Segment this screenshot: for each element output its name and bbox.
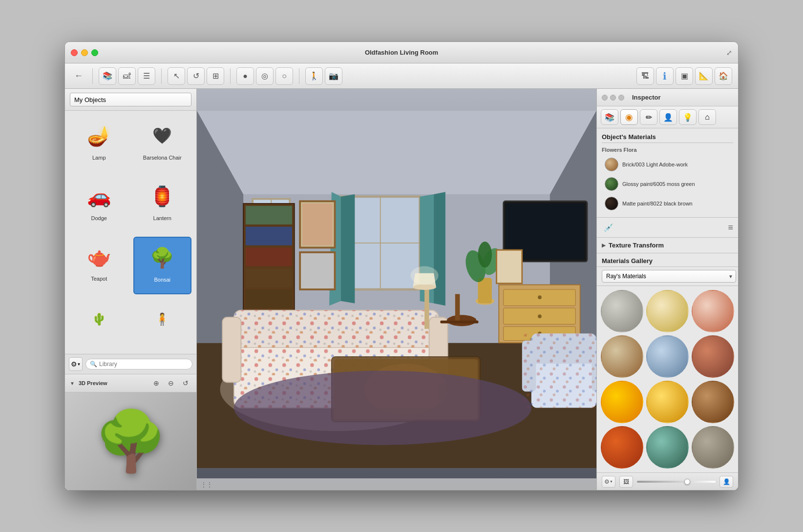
tab-house-icon: ⌂ [705, 113, 710, 122]
rotate-icon: ↺ [193, 71, 199, 81]
circle-outline-tool[interactable]: ◎ [256, 67, 274, 85]
material-item-matte[interactable]: Matte paint/8022 black brown [602, 195, 733, 212]
object-button[interactable]: 🛋 [118, 67, 136, 85]
inspector-dot-2[interactable] [610, 95, 616, 101]
gallery-item-rust-texture[interactable] [692, 335, 734, 378]
dropper-button[interactable]: 💉 [602, 221, 615, 234]
object-lantern[interactable]: 🏮 Lantern [133, 176, 192, 232]
zoom-out-button[interactable]: ⊖ [165, 377, 177, 389]
object-dodge[interactable]: 🚗 Dodge [70, 176, 128, 232]
search-input-wrap: 🔍 [85, 359, 192, 369]
preview-section: ▼ 3D Preview ⊕ ⊖ ↺ � [65, 374, 196, 490]
bonsai-label: Bonsai [154, 277, 170, 283]
object-misc1[interactable]: 🌵 [70, 299, 128, 349]
home-button[interactable]: 🏠 [715, 67, 732, 85]
inspector-image-button[interactable]: 🖼 [619, 476, 633, 488]
circle-fill-tool[interactable]: ● [236, 67, 254, 85]
inspector-tabs: 📚 ◉ ✏ 👤 💡 ⌂ [597, 106, 738, 128]
texture-transform-label: Texture Transform [609, 242, 664, 249]
object-barselona-chair[interactable]: 🖤 Barselona Chair [133, 116, 192, 171]
object-bonsai[interactable]: 🌳 Bonsai [133, 237, 192, 294]
gallery-item-dark-orange[interactable] [601, 426, 643, 469]
gallery-item-teal-fabric[interactable] [646, 426, 689, 469]
texture-transform-toggle[interactable]: ▶ Texture Transform [602, 242, 733, 249]
svg-rect-48 [424, 287, 429, 329]
lantern-thumbnail: 🏮 [143, 179, 182, 213]
gallery-item-red-floral[interactable] [692, 290, 734, 332]
inspector-settings-icon: ⚙ [604, 478, 610, 485]
preview-title: 3D Preview [79, 380, 107, 386]
tab-house[interactable]: ⌂ [698, 109, 716, 125]
tab-library[interactable]: 📚 [601, 109, 618, 125]
gallery-dropdown[interactable]: Ray's Materials Standard Materials Custo… [602, 270, 736, 283]
objects-dropdown[interactable]: My Objects All Objects Favorites [70, 93, 191, 106]
rotate-tool[interactable]: ↺ [187, 67, 205, 85]
resize-icon[interactable]: ⤢ [726, 49, 732, 57]
inspector-settings-button[interactable]: ⚙ ▼ [602, 476, 615, 488]
gallery-item-tan-pattern[interactable] [601, 335, 643, 378]
bonsai-thumbnail: 🌳 [143, 241, 182, 275]
object-teapot[interactable]: 🫖 Teapot [70, 237, 128, 294]
transform-tool[interactable]: ⊞ [207, 67, 224, 85]
gallery-title: Materials Gallery [597, 253, 738, 267]
separator-1 [92, 68, 93, 84]
object-lamp[interactable]: 🪔 Lamp [70, 116, 128, 171]
material-item-brick[interactable]: Brick/003 Light Adobe-work [602, 156, 733, 173]
inspector-title: Inspector [632, 94, 661, 101]
maximize-button[interactable] [91, 49, 98, 56]
svg-rect-17 [246, 206, 292, 225]
more-menu-button[interactable]: ≡ [728, 223, 733, 233]
tab-sphere[interactable]: ◉ [620, 109, 638, 125]
tab-pencil-icon: ✏ [646, 113, 652, 122]
tab-pencil[interactable]: ✏ [640, 109, 657, 125]
floorplan-button[interactable]: 📐 [695, 67, 713, 85]
circle-fill-icon: ● [243, 72, 248, 81]
gallery-item-stone-gray[interactable] [692, 426, 734, 469]
dodge-thumbnail: 🚗 [80, 179, 119, 213]
home-icon: 🏠 [718, 71, 728, 81]
search-input[interactable] [99, 361, 188, 368]
preview-collapse-icon[interactable]: ▼ [70, 381, 75, 386]
gallery-item-light-orange[interactable] [646, 381, 689, 423]
svg-rect-20 [246, 268, 292, 287]
svg-rect-57 [497, 250, 522, 283]
info-button[interactable]: ℹ [656, 67, 674, 85]
svg-rect-23 [302, 204, 333, 246]
gallery-item-blue-argyle[interactable] [646, 335, 689, 378]
list-button[interactable]: ☰ [138, 67, 155, 85]
walk-tool[interactable]: 🚶 [305, 67, 323, 85]
gallery-item-wood-brown[interactable] [692, 381, 734, 423]
separator-3 [230, 68, 231, 84]
back-button[interactable]: ← [71, 68, 86, 84]
close-button[interactable] [71, 49, 78, 56]
tab-bulb[interactable]: 💡 [679, 109, 697, 125]
circle-dot-tool[interactable]: ○ [275, 67, 293, 85]
gallery-item-orange[interactable] [601, 381, 643, 423]
minimize-button[interactable] [81, 49, 88, 56]
zoom-in-button[interactable]: ⊕ [150, 377, 162, 389]
brick-label: Brick/003 Light Adobe-work [622, 161, 688, 168]
settings-arrow: ▼ [77, 362, 81, 367]
tab-person[interactable]: 👤 [659, 109, 677, 125]
gallery-item-gray-floral[interactable] [601, 290, 643, 332]
inspector-person-icon: 👤 [723, 478, 730, 485]
camera-tool[interactable]: 📷 [325, 67, 342, 85]
svg-marker-1 [197, 111, 596, 194]
inspector-slider[interactable] [637, 481, 716, 483]
zoom-in-icon: ⊕ [153, 379, 159, 387]
window-view-button[interactable]: ▣ [676, 67, 693, 85]
inspector-dot-3[interactable] [618, 95, 624, 101]
inspector-dot-1[interactable] [602, 95, 608, 101]
material-item-glossy[interactable]: Glossy paint/6005 moss green [602, 175, 733, 193]
furniture-tool[interactable]: 🏗 [636, 67, 654, 85]
inspector-person-button[interactable]: 👤 [719, 476, 733, 488]
library-button[interactable]: 📚 [99, 67, 116, 85]
misc1-thumbnail: 🌵 [80, 302, 119, 336]
gallery-item-yellow-floral[interactable] [646, 290, 689, 332]
object-misc2[interactable]: 🧍 [133, 299, 192, 349]
zoom-out-icon: ⊖ [168, 379, 174, 387]
viewport-handle-icon: ⋮⋮ [201, 481, 212, 488]
arrow-tool[interactable]: ↖ [168, 67, 185, 85]
rotate-preview-button[interactable]: ↺ [180, 377, 191, 389]
settings-button[interactable]: ⚙ ▼ [69, 357, 83, 371]
